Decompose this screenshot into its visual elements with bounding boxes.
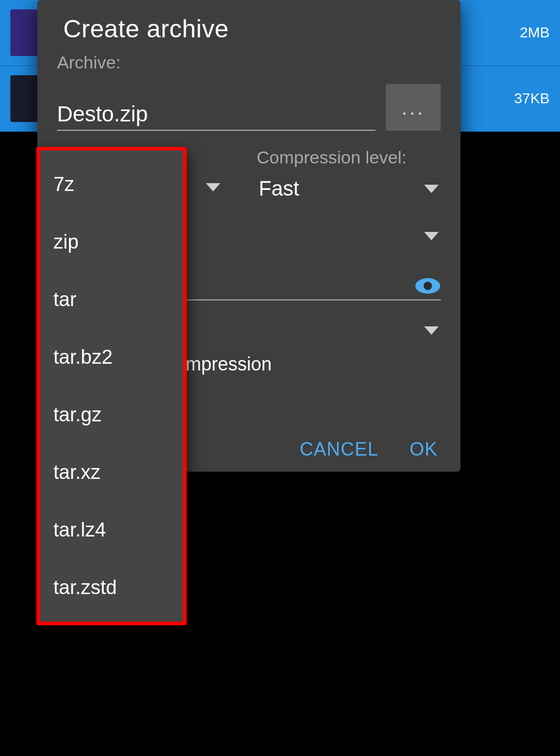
ok-button[interactable]: OK [410,438,438,460]
archive-filename-input[interactable]: Desto.zip [57,102,375,131]
browse-button[interactable]: ... [386,84,441,131]
archive-filename-value: Desto.zip [57,102,375,127]
format-option-tarlz4[interactable]: tar.lz4 [40,501,183,559]
format-option-tar[interactable]: tar [40,271,183,328]
compression-spinner[interactable]: Fast [257,174,441,203]
format-option-7z[interactable]: 7z [40,156,183,213]
dropdown-icon [424,185,439,193]
format-option-zip[interactable]: zip [40,213,183,271]
archive-label: Archive: [57,52,441,73]
format-option-targz[interactable]: tar.gz [40,386,183,444]
compression-label: Compression level: [257,147,441,168]
format-option-tarzstd[interactable]: tar.zstd [40,559,183,616]
eye-icon[interactable] [415,277,441,295]
file-size: 2MB [520,24,550,41]
archive-format-dropdown: 7z zip tar tar.bz2tar.gz tar.xz tar.lz4 … [36,147,187,625]
browse-label: ... [401,96,425,119]
format-option-tarxz[interactable]: tar.xz [40,444,183,501]
dropdown-icon [424,326,439,335]
dropdown-icon[interactable] [206,183,220,191]
format-option-tarbz2[interactable]: tar.bz2 [40,328,183,386]
svg-point-1 [424,282,432,290]
file-size: 37KB [514,90,550,107]
dropdown-icon [424,232,439,240]
cancel-button[interactable]: CANCEL [300,438,379,460]
dialog-title: Create archive [63,15,441,43]
compression-value: Fast [259,177,299,200]
